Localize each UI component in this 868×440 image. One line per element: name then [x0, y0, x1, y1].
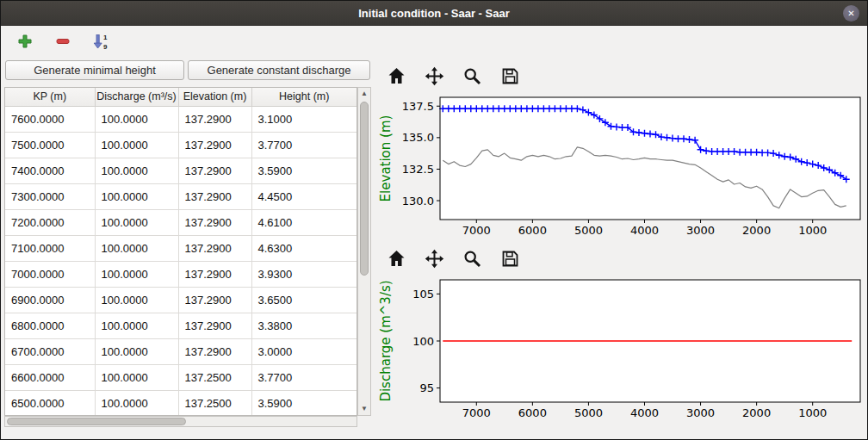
sort-button[interactable]: 1 9: [90, 31, 111, 52]
table-cell[interactable]: 100.0000: [95, 390, 178, 416]
table-cell[interactable]: 137.2900: [178, 313, 251, 338]
plus-icon: [17, 34, 33, 49]
table-cell[interactable]: 7600.0000: [5, 106, 95, 132]
table-cell[interactable]: 137.2900: [178, 132, 251, 158]
pan-arrows-icon: [425, 249, 444, 269]
column-header[interactable]: Elevation (m): [178, 88, 251, 106]
table-cell[interactable]: 6900.0000: [5, 287, 95, 313]
window-title: Initial condition - Saar - Saar: [358, 7, 510, 20]
titlebar[interactable]: Initial condition - Saar - Saar ✕: [1, 1, 867, 26]
table-cell[interactable]: 137.2900: [178, 261, 251, 287]
horizontal-scrollbar-thumb[interactable]: [7, 418, 186, 425]
table-cell[interactable]: 137.2900: [178, 235, 251, 261]
column-header[interactable]: Discharge (m³/s): [95, 88, 178, 106]
save-button[interactable]: [497, 63, 523, 89]
table-cell[interactable]: 137.2500: [178, 364, 251, 390]
home-button[interactable]: [383, 245, 409, 271]
table-cell[interactable]: 100.0000: [95, 209, 178, 235]
elevation-plot[interactable]: 7000600050004000300020001000130.0132.513…: [376, 92, 865, 242]
table-cell[interactable]: 7100.0000: [5, 235, 95, 261]
home-button[interactable]: [383, 63, 409, 89]
generate-constant-discharge-button[interactable]: Generate constant discharge: [188, 60, 370, 80]
table-cell[interactable]: 6700.0000: [5, 338, 95, 364]
table-cell[interactable]: 137.2500: [178, 390, 251, 416]
table-cell[interactable]: 100.0000: [95, 338, 178, 364]
save-button[interactable]: [497, 245, 523, 271]
table-cell[interactable]: 100.0000: [95, 313, 178, 338]
table-cell[interactable]: 100.0000: [95, 261, 178, 287]
table-cell[interactable]: 100.0000: [95, 106, 178, 132]
table-cell[interactable]: 4.4500: [251, 183, 356, 209]
svg-text:1000: 1000: [798, 406, 827, 419]
floppy-disk-icon: [500, 66, 520, 86]
svg-text:105: 105: [412, 288, 434, 301]
close-icon: ✕: [847, 9, 854, 18]
generate-minimal-height-button[interactable]: Generate minimal height: [5, 60, 184, 80]
svg-text:135.0: 135.0: [402, 131, 434, 144]
table-cell[interactable]: 7500.0000: [5, 132, 95, 158]
vertical-scrollbar-thumb[interactable]: [360, 102, 369, 276]
table-cell[interactable]: 100.0000: [95, 364, 178, 390]
svg-text:7000: 7000: [462, 224, 491, 237]
table-cell[interactable]: 7000.0000: [5, 261, 95, 287]
table-vertical-scrollbar[interactable]: ▲ ▼: [357, 87, 371, 416]
zoom-button[interactable]: [459, 245, 485, 271]
add-row-button[interactable]: [15, 31, 35, 52]
table-cell[interactable]: 3.1000: [251, 106, 356, 132]
table-cell[interactable]: 7300.0000: [5, 183, 95, 209]
remove-row-button[interactable]: [53, 31, 73, 52]
table-row: 6600.0000100.0000137.25003.7700: [5, 364, 356, 390]
table-cell[interactable]: 4.6300: [251, 235, 356, 261]
table-cell[interactable]: 137.2900: [178, 287, 251, 313]
table-row: 7600.0000100.0000137.29003.1000: [5, 106, 356, 132]
table-cell[interactable]: 3.9300: [251, 261, 356, 287]
table-cell[interactable]: 137.2900: [178, 183, 251, 209]
home-icon: [387, 66, 406, 86]
table-cell[interactable]: 4.6100: [251, 209, 356, 235]
elevation-plot-toolbar: [383, 63, 523, 89]
discharge-plot-toolbar: [383, 245, 523, 271]
floppy-disk-icon: [500, 249, 520, 269]
table-cell[interactable]: 6800.0000: [5, 313, 95, 338]
table-cell[interactable]: 100.0000: [95, 287, 178, 313]
svg-text:3000: 3000: [686, 224, 715, 237]
table-cell[interactable]: 100.0000: [95, 132, 178, 158]
pan-button[interactable]: [421, 63, 447, 89]
table-cell[interactable]: 100.0000: [95, 235, 178, 261]
table-row: 7400.0000100.0000137.29003.5900: [5, 158, 356, 183]
table-cell[interactable]: 3.7700: [251, 132, 356, 158]
column-header[interactable]: KP (m): [5, 88, 95, 106]
table-cell[interactable]: 6600.0000: [5, 364, 95, 390]
pan-button[interactable]: [421, 245, 447, 271]
table-cell[interactable]: 3.6500: [251, 287, 356, 313]
scroll-down-arrow-icon[interactable]: ▼: [358, 403, 370, 415]
table-cell[interactable]: 6500.0000: [5, 390, 95, 416]
table-horizontal-scrollbar[interactable]: [4, 416, 357, 427]
discharge-plot[interactable]: 700060005000400030002000100095100105Disc…: [376, 275, 865, 425]
table-cell[interactable]: 137.2900: [178, 106, 251, 132]
table-row: 6700.0000100.0000137.29003.0000: [5, 338, 356, 364]
table-cell[interactable]: 3.5900: [251, 390, 356, 416]
magnifier-icon: [462, 66, 482, 86]
sort-digit-1: 1: [103, 34, 108, 41]
column-header[interactable]: Height (m): [251, 88, 356, 106]
table-cell[interactable]: 7200.0000: [5, 209, 95, 235]
table-cell[interactable]: 100.0000: [95, 183, 178, 209]
table-row: 6500.0000100.0000137.25003.5900: [5, 390, 356, 416]
svg-text:5000: 5000: [574, 224, 603, 237]
svg-text:Elevation (m): Elevation (m): [378, 115, 394, 202]
table-cell[interactable]: 3.0000: [251, 338, 356, 364]
table-cell[interactable]: 7400.0000: [5, 158, 95, 183]
table-cell[interactable]: 3.7700: [251, 364, 356, 390]
svg-text:Discharge (m^3/s): Discharge (m^3/s): [378, 280, 394, 401]
table-cell[interactable]: 3.3800: [251, 313, 356, 338]
zoom-button[interactable]: [459, 63, 485, 89]
table-cell[interactable]: 137.2900: [178, 158, 251, 183]
table-cell[interactable]: 137.2900: [178, 209, 251, 235]
svg-text:2000: 2000: [742, 406, 771, 419]
scroll-up-arrow-icon[interactable]: ▲: [358, 88, 370, 100]
table-cell[interactable]: 100.0000: [95, 158, 178, 183]
close-button[interactable]: ✕: [843, 5, 859, 22]
table-cell[interactable]: 137.2900: [178, 338, 251, 364]
table-cell[interactable]: 3.5900: [251, 158, 356, 183]
